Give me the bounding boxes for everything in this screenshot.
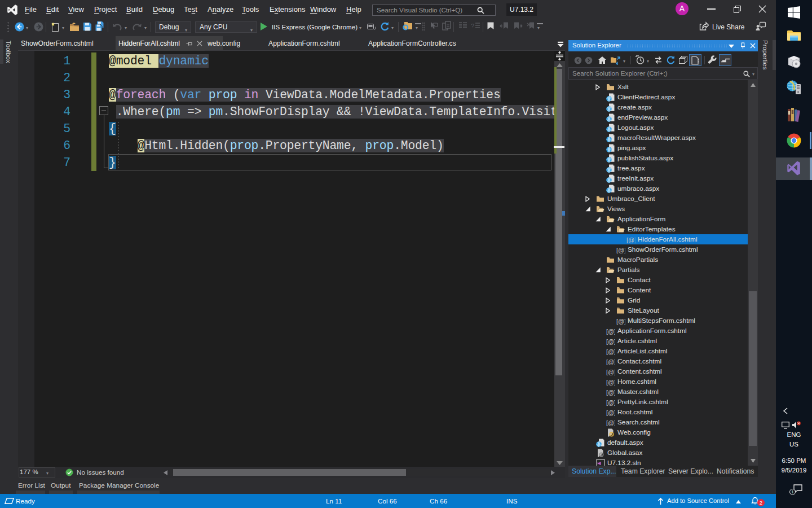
- svg-text:[@]: [@]: [606, 409, 615, 416]
- svg-text:[@]: [@]: [606, 348, 615, 355]
- svg-text:[@]: [@]: [616, 318, 625, 325]
- svg-text:[@]: [@]: [606, 379, 615, 386]
- svg-text:[@]: [@]: [606, 328, 615, 335]
- svg-text:[@]: [@]: [606, 358, 615, 365]
- svg-text:[@]: [@]: [616, 247, 625, 253]
- svg-text:[@]: [@]: [606, 338, 615, 345]
- svg-text:[@]: [@]: [606, 369, 615, 375]
- svg-text:[@]: [@]: [606, 389, 615, 396]
- svg-text:[@]: [@]: [626, 237, 636, 243]
- svg-text:?: ?: [471, 23, 474, 29]
- svg-text:[@]: [@]: [606, 399, 615, 406]
- svg-text:[@]: [@]: [606, 419, 615, 426]
